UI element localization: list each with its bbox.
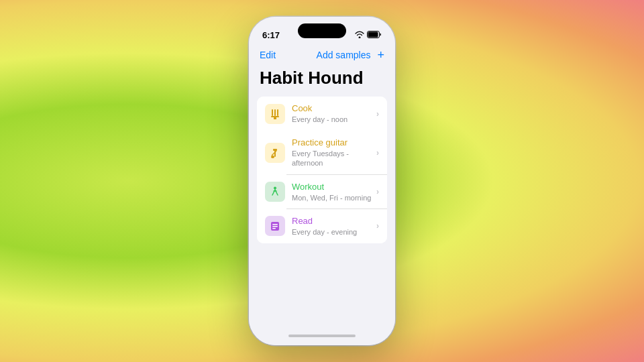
habit-chevron-practice-guitar: › <box>376 148 379 158</box>
habit-item-cook[interactable]: Cook Every day - noon › <box>257 97 387 131</box>
battery-icon <box>367 29 382 41</box>
svg-rect-5 <box>271 116 279 117</box>
svg-rect-4 <box>277 109 278 116</box>
add-samples-button[interactable]: Add samples <box>317 50 371 60</box>
page-title: Habit Hound <box>249 66 395 97</box>
habit-schedule-cook: Every day - noon <box>292 115 374 124</box>
wifi-icon <box>355 29 364 41</box>
svg-rect-7 <box>271 156 274 158</box>
habit-info-practice-guitar: Practice guitar Every Tuesdays - afterno… <box>292 137 374 168</box>
home-bar <box>288 335 356 337</box>
habit-chevron-cook: › <box>376 109 379 119</box>
content-area <box>249 243 395 326</box>
status-icons <box>355 29 382 41</box>
svg-rect-6 <box>274 117 276 119</box>
status-bar: 6:17 <box>249 17 395 46</box>
svg-rect-2 <box>272 109 273 116</box>
habit-name-practice-guitar: Practice guitar <box>292 137 374 149</box>
nav-right: Add samples + <box>317 49 384 61</box>
add-habit-button[interactable]: + <box>377 49 384 61</box>
svg-rect-14 <box>272 224 278 225</box>
svg-rect-3 <box>274 109 276 116</box>
habits-list: Cook Every day - noon › Practice guitar … <box>257 97 387 243</box>
habit-info-read: Read Every day - evening <box>292 216 374 237</box>
dynamic-island <box>298 23 346 38</box>
edit-button[interactable]: Edit <box>260 50 276 60</box>
habit-icon-read <box>265 216 285 236</box>
habit-item-read[interactable]: Read Every day - evening › <box>257 209 387 243</box>
svg-rect-15 <box>272 226 278 227</box>
habit-item-workout[interactable]: Workout Mon, Wed, Fri - morning › <box>257 175 387 209</box>
habit-name-cook: Cook <box>292 103 374 115</box>
home-indicator <box>249 326 395 345</box>
habit-chevron-workout: › <box>376 187 379 196</box>
svg-rect-10 <box>273 149 277 151</box>
habit-chevron-read: › <box>376 221 379 231</box>
habit-name-workout: Workout <box>292 182 374 193</box>
svg-rect-16 <box>272 228 276 229</box>
svg-rect-1 <box>368 32 378 38</box>
habit-schedule-read: Every day - evening <box>292 227 374 237</box>
habit-icon-workout <box>265 182 285 202</box>
habit-schedule-workout: Mon, Wed, Fri - morning <box>292 193 374 202</box>
habit-info-workout: Workout Mon, Wed, Fri - morning <box>292 182 374 202</box>
habit-icon-practice-guitar <box>265 143 285 163</box>
svg-point-12 <box>274 187 276 190</box>
habit-icon-cook <box>265 104 285 124</box>
habit-name-read: Read <box>292 216 374 227</box>
habit-schedule-practice-guitar: Every Tuesdays - afternoon <box>292 149 374 168</box>
phone-frame: 6:17 Edit Add sa <box>249 17 395 345</box>
nav-bar: Edit Add samples + <box>249 46 395 66</box>
habit-info-cook: Cook Every day - noon <box>292 103 374 124</box>
habit-item-practice-guitar[interactable]: Practice guitar Every Tuesdays - afterno… <box>257 131 387 174</box>
status-time: 6:17 <box>262 30 280 40</box>
